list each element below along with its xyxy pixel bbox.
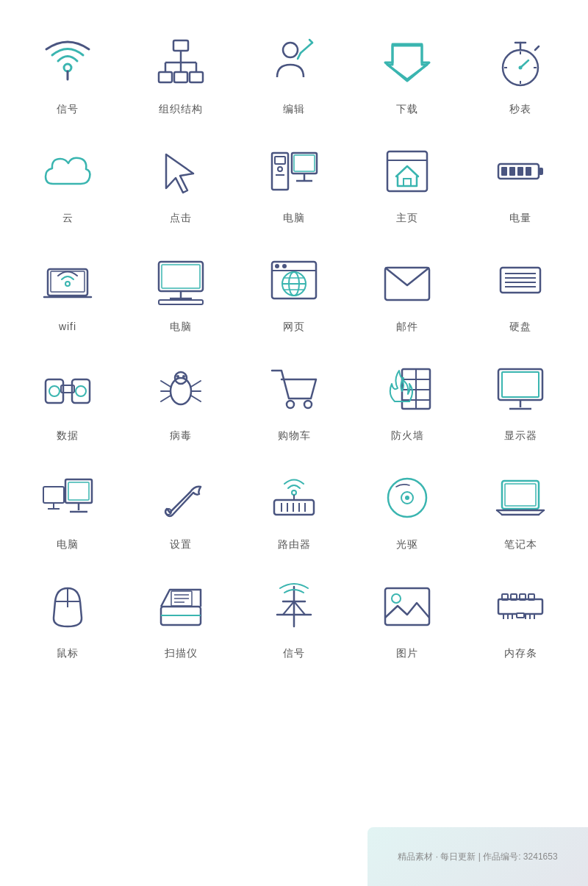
svg-point-74 bbox=[76, 386, 86, 396]
signal-icon bbox=[35, 29, 101, 96]
svg-marker-38 bbox=[396, 166, 418, 186]
svg-rect-116 bbox=[505, 484, 536, 506]
svg-point-86 bbox=[304, 401, 312, 408]
icon-cell-org: 组织结构 bbox=[128, 29, 234, 116]
wifi-label: wifi bbox=[59, 321, 76, 332]
mouse-label: 鼠标 bbox=[57, 647, 79, 660]
image-icon bbox=[374, 574, 440, 640]
icon-cell-scanner: 扫描仪 bbox=[128, 574, 234, 660]
icon-cell-laptop: 笔记本 bbox=[467, 465, 573, 551]
svg-rect-3 bbox=[159, 72, 172, 82]
computer-tower-icon bbox=[261, 138, 327, 204]
edit-icon bbox=[261, 29, 327, 96]
monitor-label: 显示器 bbox=[504, 429, 537, 443]
svg-rect-41 bbox=[539, 168, 543, 175]
mouse-icon bbox=[35, 574, 101, 640]
svg-rect-5 bbox=[190, 72, 203, 82]
icon-cell-memory: 内存条 bbox=[467, 574, 573, 660]
icon-cell-homepage: 主页 bbox=[354, 138, 460, 225]
scanner-icon bbox=[148, 574, 214, 640]
harddisk-icon bbox=[487, 247, 553, 313]
icon-cell-stopwatch: 秒表 bbox=[467, 29, 573, 116]
icon-cell-harddisk: 硬盘 bbox=[467, 247, 573, 334]
computer-label: 电脑 bbox=[283, 212, 305, 225]
watermark-text: 精品素材 · 每日更新 | 作品编号: 3241653 bbox=[398, 851, 557, 863]
pc-icon bbox=[35, 465, 101, 531]
svg-line-134 bbox=[294, 601, 305, 615]
svg-marker-27 bbox=[166, 154, 193, 193]
icon-cell-pc: 电脑 bbox=[15, 465, 121, 551]
svg-rect-4 bbox=[174, 72, 187, 82]
settings-label: 设置 bbox=[170, 538, 192, 551]
icon-grid: 信号 组织结构 bbox=[15, 29, 573, 660]
cloud-label: 云 bbox=[62, 212, 74, 225]
scanner-label: 扫描仪 bbox=[165, 647, 198, 660]
svg-point-77 bbox=[176, 375, 179, 378]
data-label: 数据 bbox=[57, 429, 79, 443]
antenna-icon bbox=[261, 574, 327, 640]
svg-point-49 bbox=[65, 282, 70, 286]
icon-cell-router: 路由器 bbox=[241, 465, 347, 551]
signal-label: 信号 bbox=[57, 103, 79, 116]
svg-rect-99 bbox=[65, 479, 92, 503]
svg-rect-93 bbox=[502, 372, 539, 397]
email-label: 邮件 bbox=[396, 321, 418, 334]
router-label: 路由器 bbox=[278, 538, 311, 551]
webpage-icon bbox=[261, 247, 327, 313]
cloud-icon bbox=[35, 138, 101, 204]
icon-cell-optical: 光驱 bbox=[354, 465, 460, 551]
firewall-icon bbox=[374, 356, 440, 422]
svg-point-85 bbox=[287, 401, 294, 408]
monitor-icon bbox=[487, 356, 553, 422]
icon-cell-signal: 信号 bbox=[15, 29, 121, 116]
icon-cell-settings: 设置 bbox=[128, 465, 234, 551]
svg-rect-142 bbox=[517, 613, 524, 618]
svg-rect-42 bbox=[501, 167, 507, 176]
svg-rect-45 bbox=[526, 167, 531, 176]
svg-point-78 bbox=[182, 375, 185, 378]
org-label: 组织结构 bbox=[159, 103, 203, 116]
homepage-label: 主页 bbox=[396, 212, 418, 225]
icon-cell-webpage: 网页 bbox=[241, 247, 347, 334]
battery-icon bbox=[487, 138, 553, 204]
svg-rect-96 bbox=[43, 487, 64, 503]
icon-cell-virus: 病毒 bbox=[128, 356, 234, 443]
icon-cell-image: 图片 bbox=[354, 574, 460, 660]
cursor-icon bbox=[148, 138, 214, 204]
svg-point-136 bbox=[392, 594, 401, 603]
icon-cell-data: 数据 bbox=[15, 356, 121, 443]
svg-line-12 bbox=[301, 43, 312, 53]
icon-cell-mouse: 鼠标 bbox=[15, 574, 121, 660]
svg-line-20 bbox=[535, 46, 539, 50]
icon-cell-download: 下载 bbox=[354, 29, 460, 116]
svg-line-84 bbox=[191, 396, 201, 401]
svg-rect-115 bbox=[502, 481, 539, 509]
svg-rect-137 bbox=[498, 599, 542, 614]
virus-icon bbox=[148, 356, 214, 422]
svg-marker-16 bbox=[387, 46, 427, 79]
cursor-label: 点击 bbox=[170, 212, 192, 225]
svg-point-110 bbox=[292, 490, 296, 495]
desktop2-icon bbox=[148, 247, 214, 313]
svg-point-75 bbox=[171, 378, 191, 404]
svg-rect-29 bbox=[275, 157, 285, 164]
edit-label: 编辑 bbox=[283, 103, 305, 116]
icon-cell-cart: 购物车 bbox=[241, 356, 347, 443]
icon-cell-monitor: 显示器 bbox=[467, 356, 573, 443]
wifi-icon bbox=[35, 247, 101, 313]
download-icon bbox=[374, 29, 440, 96]
cart-icon bbox=[261, 356, 327, 422]
svg-rect-43 bbox=[509, 167, 515, 176]
svg-rect-39 bbox=[404, 179, 411, 186]
memory-icon bbox=[487, 574, 553, 640]
icon-cell-computer: 电脑 bbox=[241, 138, 347, 225]
svg-rect-2 bbox=[173, 40, 188, 51]
icon-cell-edit: 编辑 bbox=[241, 29, 347, 116]
icon-cell-battery: 电量 bbox=[467, 138, 573, 225]
svg-rect-54 bbox=[159, 300, 203, 304]
firewall-label: 防火墙 bbox=[391, 429, 424, 443]
svg-rect-92 bbox=[498, 369, 542, 400]
svg-point-58 bbox=[282, 264, 287, 268]
svg-line-81 bbox=[161, 396, 171, 401]
svg-point-73 bbox=[49, 386, 60, 396]
